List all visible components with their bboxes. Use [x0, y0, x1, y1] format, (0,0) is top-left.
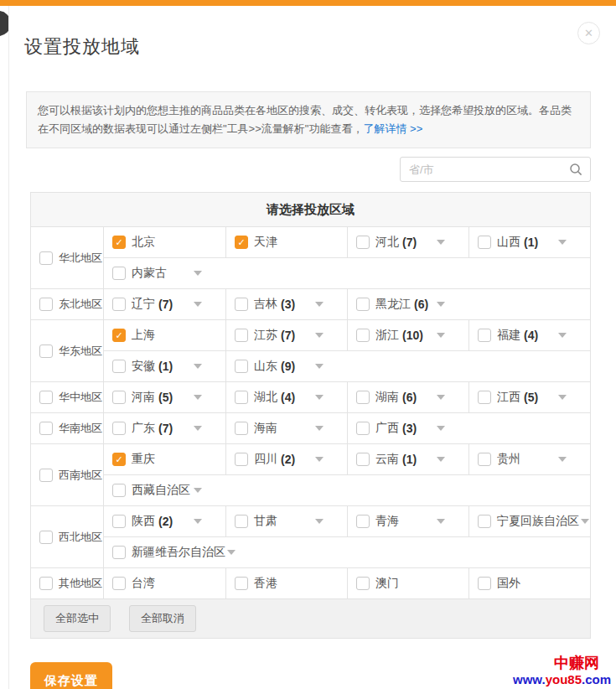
- region-checkbox[interactable]: [39, 531, 53, 544]
- province-checkbox[interactable]: [112, 391, 126, 404]
- province-checkbox[interactable]: [112, 298, 126, 311]
- chevron-down-icon[interactable]: [558, 333, 567, 338]
- chevron-down-icon[interactable]: [315, 519, 324, 524]
- province-checkbox[interactable]: [112, 422, 126, 435]
- province-checkbox[interactable]: [112, 267, 126, 280]
- province-checkbox[interactable]: [478, 515, 491, 528]
- province-checkbox[interactable]: [112, 577, 126, 590]
- province-checkbox[interactable]: [478, 453, 491, 466]
- province-checkbox[interactable]: [235, 515, 248, 528]
- province-checkbox[interactable]: [356, 422, 370, 435]
- province-checkbox[interactable]: [356, 453, 370, 466]
- province-checkbox[interactable]: [112, 515, 126, 528]
- chevron-down-icon[interactable]: [437, 457, 445, 462]
- region-checkbox[interactable]: [39, 469, 53, 482]
- region-settings-dialog: ✕ 设置投放地域 您可以根据该计划内的您想主推的商品品类在各地区的搜索、成交、转…: [8, 6, 616, 689]
- province-cell: 西藏自治区: [104, 475, 225, 505]
- search-input[interactable]: [401, 163, 569, 176]
- chevron-down-icon[interactable]: [315, 364, 324, 369]
- province-label: 辽宁: [132, 297, 155, 312]
- province-label: 甘肃: [254, 514, 277, 529]
- province-checkbox[interactable]: ✓: [112, 329, 126, 342]
- province-cell: 贵州: [468, 444, 590, 474]
- chevron-down-icon[interactable]: [558, 457, 567, 462]
- province-checkbox[interactable]: [235, 329, 248, 342]
- region-checkbox[interactable]: [39, 422, 53, 435]
- region-checkbox[interactable]: [39, 577, 53, 590]
- province-checkbox[interactable]: [112, 360, 126, 373]
- province-checkbox[interactable]: ✓: [112, 453, 126, 466]
- province-count: (10): [402, 329, 423, 342]
- chevron-down-icon[interactable]: [315, 457, 324, 462]
- chevron-down-icon[interactable]: [437, 302, 445, 307]
- region-checkbox[interactable]: [39, 344, 53, 358]
- chevron-down-icon[interactable]: [558, 240, 567, 245]
- chevron-down-icon[interactable]: [437, 426, 445, 431]
- province-checkbox[interactable]: ✓: [112, 236, 126, 249]
- region-checkbox[interactable]: [39, 391, 53, 404]
- province-cell: 内蒙古: [104, 258, 225, 288]
- province-checkbox[interactable]: [356, 515, 370, 528]
- province-subrows: 河南(5)湖北(4)湖南(6)江西(5): [104, 382, 590, 412]
- province-checkbox[interactable]: [478, 577, 491, 590]
- chevron-down-icon[interactable]: [194, 364, 202, 369]
- learn-more-link[interactable]: 了解详情 >>: [363, 122, 422, 135]
- notice-text: 您可以根据该计划内的您想主推的商品品类在各地区的搜索、成交、转化表现，选择您希望…: [38, 104, 572, 135]
- province-label: 青海: [375, 514, 399, 529]
- chevron-down-icon[interactable]: [194, 488, 202, 493]
- chevron-down-icon[interactable]: [194, 395, 202, 400]
- region-cell: 华北地区: [31, 227, 104, 288]
- province-checkbox[interactable]: [112, 546, 126, 559]
- region-label: 华南地区: [59, 421, 102, 436]
- province-count: (3): [402, 422, 417, 435]
- province-checkbox[interactable]: ✓: [235, 236, 248, 249]
- province-count: (7): [402, 236, 417, 249]
- chevron-down-icon[interactable]: [315, 426, 324, 431]
- province-checkbox[interactable]: [235, 360, 248, 373]
- chevron-down-icon[interactable]: [194, 302, 202, 307]
- province-subrow: 河南(5)湖北(4)湖南(6)江西(5): [104, 382, 590, 412]
- close-icon[interactable]: ✕: [577, 22, 600, 44]
- province-label: 重庆: [132, 452, 155, 467]
- province-label: 安徽: [132, 359, 155, 374]
- province-checkbox[interactable]: [235, 422, 248, 435]
- province-checkbox[interactable]: [356, 329, 370, 342]
- select-all-button[interactable]: 全部选中: [44, 605, 111, 632]
- chevron-down-icon[interactable]: [315, 302, 324, 307]
- region-checkbox[interactable]: [39, 251, 53, 265]
- region-checkbox[interactable]: [39, 298, 53, 311]
- province-checkbox[interactable]: [356, 298, 370, 311]
- chevron-down-icon[interactable]: [315, 395, 324, 400]
- province-checkbox[interactable]: [112, 484, 126, 497]
- chevron-down-icon[interactable]: [437, 240, 445, 245]
- region-cell: 华东地区: [31, 320, 104, 381]
- province-cell: 吉林(3): [225, 289, 347, 319]
- chevron-down-icon[interactable]: [315, 333, 324, 338]
- province-cell: ✓北京: [104, 227, 225, 257]
- chevron-down-icon[interactable]: [558, 395, 567, 400]
- province-label: 上海: [132, 328, 155, 343]
- chevron-down-icon[interactable]: [437, 395, 445, 400]
- province-checkbox[interactable]: [478, 391, 491, 404]
- province-checkbox[interactable]: [356, 391, 370, 404]
- chevron-down-icon[interactable]: [194, 426, 202, 431]
- chevron-down-icon[interactable]: [194, 519, 202, 524]
- chevron-down-icon[interactable]: [581, 519, 589, 524]
- chevron-down-icon[interactable]: [437, 333, 445, 338]
- save-settings-button[interactable]: 保存设置: [30, 662, 112, 689]
- province-checkbox[interactable]: [478, 329, 491, 342]
- chevron-down-icon[interactable]: [437, 519, 445, 524]
- province-checkbox[interactable]: [235, 391, 248, 404]
- province-count: (7): [281, 329, 295, 342]
- province-checkbox[interactable]: [235, 577, 248, 590]
- province-checkbox[interactable]: [478, 236, 491, 249]
- province-checkbox[interactable]: [356, 236, 370, 249]
- province-checkbox[interactable]: [235, 453, 248, 466]
- chevron-down-icon[interactable]: [194, 271, 202, 276]
- province-checkbox[interactable]: [356, 577, 370, 590]
- province-subrow: 新疆维吾尔自治区: [104, 536, 590, 567]
- search-icon[interactable]: [569, 163, 582, 176]
- province-checkbox[interactable]: [235, 298, 248, 311]
- cancel-all-button[interactable]: 全部取消: [129, 605, 196, 632]
- chevron-down-icon[interactable]: [227, 550, 236, 555]
